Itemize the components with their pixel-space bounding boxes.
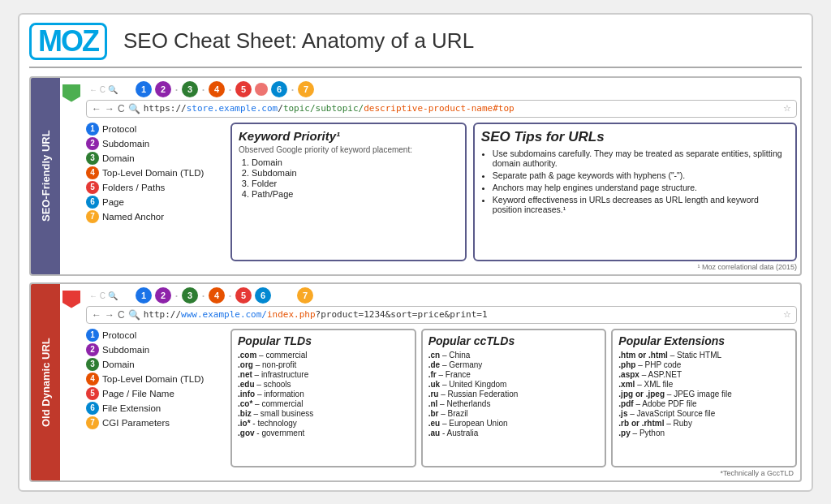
list-item: 7Named Anchor <box>86 210 224 223</box>
list-item: 2Subdomain <box>86 137 224 150</box>
list-item: Keyword effectiveness in URLs decreases … <box>493 195 789 214</box>
main-container: MOZ SEO Cheat Sheet: Anatomy of a URL SE… <box>18 13 813 492</box>
back-btn[interactable]: ← <box>92 103 101 114</box>
seo-tips-box: SEO Tips for URLs Use subdomains careful… <box>473 123 797 261</box>
tld-item: .js – JavaScript Source file <box>618 409 790 418</box>
refresh-btn[interactable]: C <box>118 103 125 114</box>
num-3-badge: 3 <box>182 287 198 304</box>
old-list: 1Protocol 2Subdomain 3Domain 4Top-Level … <box>86 329 224 467</box>
num-5b-badge <box>255 83 268 96</box>
keyword-priority-title: Keyword Priority¹ <box>239 129 459 143</box>
tld-item: .rb or .rhtml – Ruby <box>618 419 790 428</box>
tld-item: .eu – European Union <box>428 419 600 428</box>
tld-item: .com – commercial <box>238 351 409 360</box>
num-2-badge: 2 <box>155 287 171 304</box>
tld-item: .jpg or .jpeg – JPEG image file <box>618 390 790 398</box>
num-5-badge: 5 <box>235 81 252 97</box>
list-item: Subdomain <box>252 168 459 178</box>
tld-item: .io* - technology <box>238 419 409 428</box>
old-x-icon <box>62 291 80 308</box>
tld-item: .edu – schools <box>238 380 409 389</box>
bookmark-star[interactable]: ☆ <box>783 103 791 114</box>
list-item: 6Page <box>86 196 224 209</box>
old-url-text: http://www.example.com/index.php?product… <box>144 309 780 320</box>
back-btn[interactable]: ← <box>92 309 101 321</box>
list-item: 1Protocol <box>86 329 224 342</box>
list-item: 3Domain <box>86 152 224 165</box>
popular-extensions-title: Popular Extensions <box>618 334 790 347</box>
page-title: SEO Cheat Sheet: Anatomy of a URL <box>123 28 474 54</box>
list-item: 5Folders / Paths <box>86 181 224 194</box>
list-num-3: 3 <box>86 152 99 165</box>
popular-extensions-box: Popular Extensions .htm or .html – Stati… <box>611 329 797 467</box>
list-item: Folder <box>252 179 459 188</box>
seo-url-text: https://store.example.com/topic/subtopic… <box>144 103 780 114</box>
list-item: 2Subdomain <box>86 343 224 356</box>
search-icon: 🔍 <box>128 103 140 114</box>
old-url-bar: ← → C 🔍 http://www.example.com/index.php… <box>86 306 797 324</box>
tld-item: .fr – France <box>428 370 600 379</box>
list-item: Domain <box>252 157 459 167</box>
moz-logo: MOZ <box>29 23 107 60</box>
old-columns: 1Protocol 2Subdomain 3Domain 4Top-Level … <box>86 329 797 467</box>
tld-item: .cn – China <box>428 351 600 360</box>
tld-item: .nl – Netherlands <box>428 399 600 408</box>
popular-cctlds-box: Popular ccTLDs .cn – China .de – Germany… <box>421 329 607 467</box>
num-7-badge: 7 <box>297 287 313 304</box>
list-num-6: 6 <box>86 196 99 209</box>
tld-item: .info – information <box>238 390 409 398</box>
tld-item: .gov - government <box>238 429 409 437</box>
tld-item: .org – non-profit <box>238 360 409 369</box>
tld-item: .php – PHP code <box>618 360 790 369</box>
list-num-1: 1 <box>86 123 99 136</box>
bookmark-star[interactable]: ☆ <box>783 309 791 320</box>
seo-icon-container <box>60 78 83 274</box>
header: MOZ SEO Cheat Sheet: Anatomy of a URL <box>29 23 802 68</box>
num-1-badge: 1 <box>136 287 152 304</box>
list-item: Use subdomains carefully. They may be tr… <box>493 149 789 168</box>
num-2-badge: 2 <box>155 81 171 97</box>
forward-btn[interactable]: → <box>105 309 114 321</box>
seo-checkmark-icon <box>62 84 80 102</box>
seo-url-bar: ← → C 🔍 https://store.example.com/topic/… <box>86 100 797 118</box>
keyword-priority-list: Domain Subdomain Folder Path/Page <box>239 157 459 199</box>
tld-item: .htm or .html – Static HTML <box>618 351 790 360</box>
list-num-2: 2 <box>86 137 99 150</box>
seo-side-label: SEO-Friendly URL <box>31 78 60 274</box>
list-item: 4Top-Level Domain (TLD) <box>86 373 224 386</box>
tld-item: .uk – United Kingdom <box>428 380 600 389</box>
tld-item: .aspx – ASP.NET <box>618 370 790 379</box>
search-icon: 🔍 <box>128 309 140 321</box>
seo-numbers-row: ← C 🔍 1 2 · 3 · 4 · 5 6 · 7 <box>86 81 797 98</box>
popular-cctlds-title: Popular ccTLDs <box>428 334 600 347</box>
tld-item: .biz – small business <box>238 409 409 418</box>
seo-tips-list: Use subdomains carefully. They may be tr… <box>481 149 789 214</box>
old-icon-container <box>60 284 83 480</box>
refresh-btn[interactable]: C <box>118 309 125 321</box>
old-numbers-row: ← C 🔍 1 2 · 3 · 4 · 5 6 7 <box>86 287 797 304</box>
seo-footnote: ¹ Moz correlational data (2015) <box>86 263 797 271</box>
num-4-badge: 4 <box>209 287 225 304</box>
forward-btn[interactable]: → <box>105 103 114 114</box>
list-item: 4Top-Level Domain (TLD) <box>86 166 224 179</box>
popular-tlds-box: Popular TLDs .com – commercial .org – no… <box>230 329 416 467</box>
list-item: Separate path & page keywords with hyphe… <box>493 170 789 180</box>
tld-item: .au - Australia <box>428 429 600 437</box>
tld-item: .ru – Russian Federation <box>428 390 600 398</box>
tld-item: .de – Germany <box>428 360 600 369</box>
tld-item: .pdf – Adobe PDF file <box>618 399 790 408</box>
num-6-badge: 6 <box>255 287 271 304</box>
num-1-badge: 1 <box>136 81 152 97</box>
seo-content: ← C 🔍 1 2 · 3 · 4 · 5 6 · 7 ← <box>83 78 800 274</box>
old-section: Old Dynamic URL ← C 🔍 1 2 · 3 · 4 · 5 6 <box>29 282 802 482</box>
list-item: 6File Extension <box>86 402 224 415</box>
num-4-badge: 4 <box>209 81 225 97</box>
tld-item: .xml – XML file <box>618 380 790 389</box>
num-5-badge: 5 <box>235 287 252 304</box>
moz-logo-text: MOZ <box>38 27 98 56</box>
list-item: 3Domain <box>86 358 224 371</box>
seo-section: SEO-Friendly URL ← C 🔍 1 2 · 3 · 4 · 5 <box>29 76 802 276</box>
list-item: Path/Page <box>252 189 459 199</box>
seo-columns: 1Protocol 2Subdomain 3Domain 4Top-Level … <box>86 123 797 261</box>
list-item: Anchors may help engines understand page… <box>493 183 789 192</box>
